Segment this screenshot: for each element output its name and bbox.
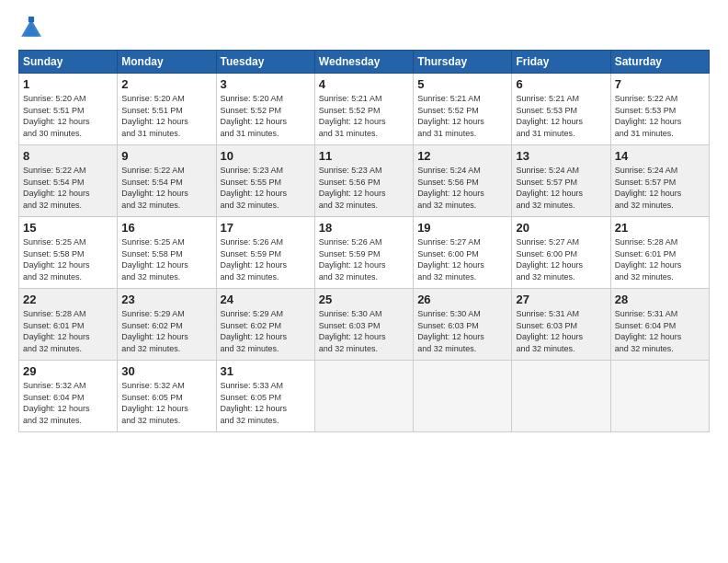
day-number: 26 (417, 293, 507, 306)
day-number: 2 (121, 77, 211, 91)
calendar-cell: 29Sunrise: 5:32 AM Sunset: 6:04 PM Dayli… (19, 361, 118, 432)
day-number: 8 (23, 149, 113, 163)
day-info: Sunrise: 5:28 AM Sunset: 6:01 PM Dayligh… (23, 308, 113, 354)
day-number: 22 (23, 293, 113, 306)
calendar-cell: 24Sunrise: 5:29 AM Sunset: 6:02 PM Dayli… (216, 289, 314, 361)
day-info: Sunrise: 5:22 AM Sunset: 5:54 PM Dayligh… (121, 165, 211, 211)
day-number: 21 (615, 221, 705, 235)
calendar-cell: 13Sunrise: 5:24 AM Sunset: 5:57 PM Dayli… (512, 145, 610, 217)
calendar-cell: 16Sunrise: 5:25 AM Sunset: 5:58 PM Dayli… (118, 217, 216, 289)
calendar-cell: 25Sunrise: 5:30 AM Sunset: 6:03 PM Dayli… (314, 289, 413, 361)
day-number: 3 (221, 77, 311, 91)
day-number: 29 (23, 364, 113, 378)
day-number: 14 (615, 149, 705, 163)
calendar-cell: 30Sunrise: 5:32 AM Sunset: 6:05 PM Dayli… (118, 361, 216, 432)
day-number: 25 (319, 293, 409, 306)
day-info: Sunrise: 5:20 AM Sunset: 5:52 PM Dayligh… (221, 93, 311, 139)
calendar-cell: 18Sunrise: 5:26 AM Sunset: 5:59 PM Dayli… (314, 217, 413, 289)
calendar-cell: 23Sunrise: 5:29 AM Sunset: 6:02 PM Dayli… (118, 289, 216, 361)
calendar-cell: 5Sunrise: 5:21 AM Sunset: 5:52 PM Daylig… (414, 74, 512, 145)
week-row-5: 29Sunrise: 5:32 AM Sunset: 6:04 PM Dayli… (19, 361, 710, 432)
calendar-cell: 31Sunrise: 5:33 AM Sunset: 6:05 PM Dayli… (216, 361, 314, 432)
day-header-tuesday: Tuesday (216, 51, 314, 74)
day-info: Sunrise: 5:33 AM Sunset: 6:05 PM Dayligh… (221, 380, 311, 426)
calendar-cell: 7Sunrise: 5:22 AM Sunset: 5:53 PM Daylig… (610, 74, 709, 145)
calendar-cell: 11Sunrise: 5:23 AM Sunset: 5:56 PM Dayli… (314, 145, 413, 217)
calendar-cell (610, 361, 709, 432)
day-number: 7 (615, 77, 705, 91)
day-info: Sunrise: 5:21 AM Sunset: 5:53 PM Dayligh… (516, 93, 606, 139)
day-info: Sunrise: 5:24 AM Sunset: 5:57 PM Dayligh… (516, 165, 606, 211)
day-info: Sunrise: 5:26 AM Sunset: 5:59 PM Dayligh… (221, 236, 311, 282)
day-number: 23 (121, 293, 211, 306)
calendar-cell: 21Sunrise: 5:28 AM Sunset: 6:01 PM Dayli… (610, 217, 709, 289)
day-info: Sunrise: 5:20 AM Sunset: 5:51 PM Dayligh… (23, 93, 113, 139)
calendar-cell: 1Sunrise: 5:20 AM Sunset: 5:51 PM Daylig… (19, 74, 118, 145)
day-header-wednesday: Wednesday (314, 51, 413, 74)
day-info: Sunrise: 5:32 AM Sunset: 6:05 PM Dayligh… (121, 380, 211, 426)
day-number: 5 (417, 77, 507, 91)
day-number: 10 (221, 149, 311, 163)
day-info: Sunrise: 5:31 AM Sunset: 6:04 PM Dayligh… (615, 308, 705, 354)
calendar-cell (512, 361, 610, 432)
logo (18, 17, 48, 42)
day-number: 24 (221, 293, 311, 306)
day-number: 27 (516, 293, 606, 306)
calendar-cell: 15Sunrise: 5:25 AM Sunset: 5:58 PM Dayli… (19, 217, 118, 289)
calendar-cell: 17Sunrise: 5:26 AM Sunset: 5:59 PM Dayli… (216, 217, 314, 289)
day-number: 18 (319, 221, 409, 235)
calendar-cell: 8Sunrise: 5:22 AM Sunset: 5:54 PM Daylig… (19, 145, 118, 217)
calendar-cell: 20Sunrise: 5:27 AM Sunset: 6:00 PM Dayli… (512, 217, 610, 289)
week-row-3: 15Sunrise: 5:25 AM Sunset: 5:58 PM Dayli… (19, 217, 710, 289)
day-number: 1 (23, 77, 113, 91)
day-info: Sunrise: 5:27 AM Sunset: 6:00 PM Dayligh… (417, 236, 507, 282)
day-info: Sunrise: 5:29 AM Sunset: 6:02 PM Dayligh… (221, 308, 311, 354)
day-number: 30 (121, 364, 211, 378)
day-info: Sunrise: 5:21 AM Sunset: 5:52 PM Dayligh… (319, 93, 409, 139)
calendar-cell: 10Sunrise: 5:23 AM Sunset: 5:55 PM Dayli… (216, 145, 314, 217)
day-info: Sunrise: 5:30 AM Sunset: 6:03 PM Dayligh… (319, 308, 409, 354)
day-number: 20 (516, 221, 606, 235)
day-info: Sunrise: 5:26 AM Sunset: 5:59 PM Dayligh… (319, 236, 409, 282)
day-info: Sunrise: 5:31 AM Sunset: 6:03 PM Dayligh… (516, 308, 606, 354)
day-info: Sunrise: 5:25 AM Sunset: 5:58 PM Dayligh… (23, 236, 113, 282)
day-header-thursday: Thursday (414, 51, 512, 74)
calendar-cell: 9Sunrise: 5:22 AM Sunset: 5:54 PM Daylig… (118, 145, 216, 217)
week-row-4: 22Sunrise: 5:28 AM Sunset: 6:01 PM Dayli… (19, 289, 710, 361)
calendar-cell (414, 361, 512, 432)
logo-icon (18, 17, 44, 42)
calendar-cell: 14Sunrise: 5:24 AM Sunset: 5:57 PM Dayli… (610, 145, 709, 217)
week-row-1: 1Sunrise: 5:20 AM Sunset: 5:51 PM Daylig… (19, 74, 710, 145)
day-info: Sunrise: 5:24 AM Sunset: 5:57 PM Dayligh… (615, 165, 705, 211)
page: SundayMondayTuesdayWednesdayThursdayFrid… (0, 0, 728, 563)
day-number: 12 (417, 149, 507, 163)
day-info: Sunrise: 5:29 AM Sunset: 6:02 PM Dayligh… (121, 308, 211, 354)
day-info: Sunrise: 5:22 AM Sunset: 5:53 PM Dayligh… (615, 93, 705, 139)
calendar-cell: 28Sunrise: 5:31 AM Sunset: 6:04 PM Dayli… (610, 289, 709, 361)
day-number: 11 (319, 149, 409, 163)
day-number: 15 (23, 221, 113, 235)
day-header-sunday: Sunday (19, 51, 118, 74)
day-number: 9 (121, 149, 211, 163)
day-info: Sunrise: 5:25 AM Sunset: 5:58 PM Dayligh… (121, 236, 211, 282)
calendar-cell: 19Sunrise: 5:27 AM Sunset: 6:00 PM Dayli… (414, 217, 512, 289)
day-number: 17 (221, 221, 311, 235)
calendar-cell: 22Sunrise: 5:28 AM Sunset: 6:01 PM Dayli… (19, 289, 118, 361)
day-number: 19 (417, 221, 507, 235)
calendar-cell: 4Sunrise: 5:21 AM Sunset: 5:52 PM Daylig… (314, 74, 413, 145)
day-info: Sunrise: 5:24 AM Sunset: 5:56 PM Dayligh… (417, 165, 507, 211)
calendar-cell: 2Sunrise: 5:20 AM Sunset: 5:51 PM Daylig… (118, 74, 216, 145)
header (18, 17, 710, 42)
day-number: 31 (221, 364, 311, 378)
header-row: SundayMondayTuesdayWednesdayThursdayFrid… (19, 51, 710, 74)
day-number: 13 (516, 149, 606, 163)
day-info: Sunrise: 5:20 AM Sunset: 5:51 PM Dayligh… (121, 93, 211, 139)
day-info: Sunrise: 5:23 AM Sunset: 5:55 PM Dayligh… (221, 165, 311, 211)
day-number: 4 (319, 77, 409, 91)
calendar-cell: 27Sunrise: 5:31 AM Sunset: 6:03 PM Dayli… (512, 289, 610, 361)
day-number: 6 (516, 77, 606, 91)
week-row-2: 8Sunrise: 5:22 AM Sunset: 5:54 PM Daylig… (19, 145, 710, 217)
day-info: Sunrise: 5:30 AM Sunset: 6:03 PM Dayligh… (417, 308, 507, 354)
day-header-monday: Monday (118, 51, 216, 74)
calendar-cell: 26Sunrise: 5:30 AM Sunset: 6:03 PM Dayli… (414, 289, 512, 361)
